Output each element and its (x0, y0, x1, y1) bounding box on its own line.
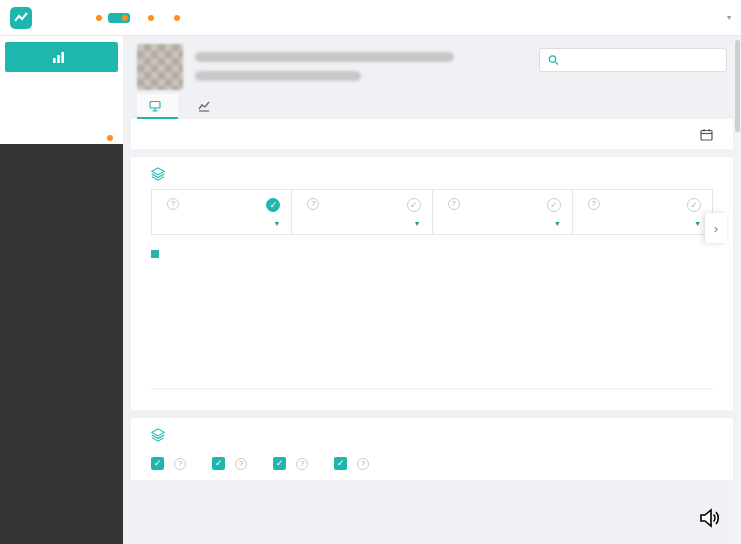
notification-dot-icon (174, 15, 180, 21)
checkbox-checked-icon[interactable] (334, 457, 347, 470)
check-circle-icon[interactable]: ✓ (407, 198, 421, 212)
notification-dot-icon (122, 15, 128, 21)
help-icon[interactable]: ? (448, 198, 460, 210)
sidebar-header-products[interactable] (5, 42, 118, 72)
filter-paid-units[interactable]: ? (212, 457, 247, 470)
sidebar-item-realtime-rankings[interactable] (0, 76, 123, 92)
date-filter-bar (131, 119, 733, 149)
filter-buyers[interactable]: ? (273, 457, 308, 470)
carousel-next-button[interactable]: › (705, 213, 727, 243)
bar-chart-icon (52, 51, 65, 64)
trend-down-icon: ▼ (694, 220, 701, 227)
help-icon[interactable]: ? (296, 458, 308, 470)
sidebar-item-overview[interactable] (0, 92, 123, 108)
main-nav (56, 13, 234, 23)
search-input[interactable] (564, 54, 718, 66)
trend-down-icon: ▼ (554, 220, 561, 227)
blurred-text-bar (195, 52, 454, 62)
nav-item-traffic[interactable] (82, 13, 104, 23)
notification-dot-icon (107, 135, 113, 141)
metric-card-product-visitors[interactable]: ? ✓ ▼ (151, 189, 292, 235)
main-content: ? ✓ ▼ ? ✓ (123, 36, 741, 544)
sku-details-card: ? ? ? ? (131, 418, 733, 480)
help-icon[interactable]: ? (588, 198, 600, 210)
check-circle-icon[interactable]: ✓ (547, 198, 561, 212)
layers-icon (151, 167, 165, 181)
metric-cards-row: ? ✓ ▼ ? ✓ (151, 189, 713, 235)
sidebar-item-product-details[interactable] (0, 124, 123, 140)
product-thumbnail-blurred (137, 44, 183, 90)
help-icon[interactable]: ? (167, 198, 179, 210)
trend-down-icon: ▼ (414, 220, 421, 227)
notification-dot-icon (148, 15, 154, 21)
nav-item-promotion-services[interactable] (134, 13, 156, 23)
help-icon[interactable]: ? (357, 458, 369, 470)
key-metrics-card: ? ✓ ▼ ? ✓ (131, 157, 733, 410)
nav-item-services[interactable] (186, 13, 208, 23)
nav-item-products[interactable] (108, 13, 130, 23)
top-navbar: ▾ (0, 0, 741, 36)
check-circle-icon[interactable]: ✓ (266, 198, 280, 212)
calendar-icon (700, 128, 713, 141)
checkbox-checked-icon[interactable] (212, 457, 225, 470)
help-icon[interactable]: ? (235, 458, 247, 470)
logo-icon (10, 7, 32, 29)
vertical-scrollbar (734, 36, 741, 544)
sidebar-menu (0, 36, 123, 144)
metric-card-page-views[interactable]: ? ✓ ▼ (291, 189, 432, 235)
blurred-text-bar (195, 71, 361, 81)
monitor-icon (149, 100, 161, 112)
app-logo[interactable] (10, 7, 38, 29)
check-circle-icon[interactable]: ✓ (687, 198, 701, 212)
product-search-box (539, 48, 727, 72)
help-icon[interactable]: ? (307, 198, 319, 210)
timezone-currency-selector[interactable]: ▾ (724, 13, 731, 22)
tab-sales[interactable] (137, 94, 178, 119)
product-title-blurred (183, 44, 539, 90)
filter-payment-amount[interactable]: ? (334, 457, 369, 470)
nav-item-promotions[interactable] (160, 13, 182, 23)
trend-down-icon: ▼ (273, 220, 280, 227)
metric-card-cart-conversion-rate[interactable]: ? ✓ ▼ (572, 189, 713, 235)
search-icon (548, 54, 559, 66)
tabs (137, 94, 727, 119)
sidebar-item-diagnosis[interactable] (0, 108, 123, 124)
layers-icon (151, 428, 165, 442)
checkbox-checked-icon[interactable] (273, 457, 286, 470)
help-icon[interactable]: ? (174, 458, 186, 470)
app-window: ▾ (0, 0, 741, 544)
chart-legend (151, 250, 713, 258)
section-title-key-metrics (151, 167, 713, 181)
nav-item-home[interactable] (56, 13, 78, 23)
product-header (137, 44, 727, 90)
watermark (697, 506, 727, 530)
scrollbar-thumb[interactable] (735, 40, 740, 132)
line-chart-svg (151, 262, 713, 398)
legend-swatch-icon (151, 250, 159, 258)
visitors-line-chart (151, 262, 713, 400)
tab-traffic[interactable] (186, 94, 227, 119)
chevron-down-icon: ▾ (727, 13, 731, 22)
sku-filters-row: ? ? ? ? (151, 457, 713, 470)
sidebar (0, 36, 123, 544)
megaphone-icon (697, 506, 721, 530)
filter-add-to-cart-units[interactable]: ? (151, 457, 186, 470)
notification-dot-icon (96, 15, 102, 21)
chevron-right-icon: › (714, 221, 718, 236)
section-title-sku-details (151, 428, 713, 442)
metric-card-add-to-cart-users[interactable]: ? ✓ ▼ (432, 189, 573, 235)
nav-item-faq[interactable] (212, 13, 234, 23)
checkbox-checked-icon[interactable] (151, 457, 164, 470)
trend-chart-icon (198, 100, 210, 112)
